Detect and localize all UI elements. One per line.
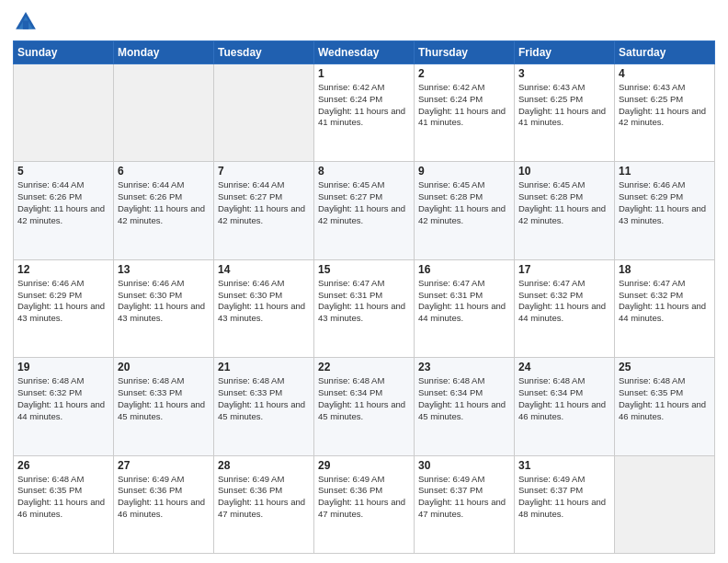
day-info: Sunrise: 6:49 AMSunset: 6:36 PMDaylight:…	[218, 474, 310, 521]
day-number: 1	[318, 67, 410, 80]
calendar-cell: 15Sunrise: 6:47 AMSunset: 6:31 PMDayligh…	[314, 259, 415, 357]
day-info: Sunrise: 6:48 AMSunset: 6:34 PMDaylight:…	[518, 375, 610, 422]
day-info: Sunrise: 6:43 AMSunset: 6:25 PMDaylight:…	[518, 82, 610, 129]
day-info: Sunrise: 6:48 AMSunset: 6:35 PMDaylight:…	[17, 474, 109, 521]
day-number: 9	[418, 165, 510, 178]
day-info: Sunrise: 6:49 AMSunset: 6:37 PMDaylight:…	[518, 474, 610, 521]
day-number: 26	[17, 459, 109, 472]
day-info: Sunrise: 6:46 AMSunset: 6:29 PMDaylight:…	[619, 179, 711, 226]
day-number: 3	[518, 67, 610, 80]
calendar-week-5: 26Sunrise: 6:48 AMSunset: 6:35 PMDayligh…	[14, 455, 715, 553]
day-info: Sunrise: 6:49 AMSunset: 6:36 PMDaylight:…	[318, 474, 410, 521]
day-number: 21	[218, 361, 310, 373]
calendar-cell: 26Sunrise: 6:48 AMSunset: 6:35 PMDayligh…	[14, 455, 114, 553]
calendar-cell	[14, 64, 114, 162]
calendar-cell: 4Sunrise: 6:43 AMSunset: 6:25 PMDaylight…	[615, 64, 715, 162]
calendar-cell: 1Sunrise: 6:42 AMSunset: 6:24 PMDaylight…	[314, 64, 415, 162]
calendar-cell: 30Sunrise: 6:49 AMSunset: 6:37 PMDayligh…	[415, 455, 515, 553]
calendar-week-2: 5Sunrise: 6:44 AMSunset: 6:26 PMDaylight…	[14, 162, 715, 259]
day-info: Sunrise: 6:42 AMSunset: 6:24 PMDaylight:…	[418, 82, 510, 129]
calendar-cell: 17Sunrise: 6:47 AMSunset: 6:32 PMDayligh…	[515, 259, 615, 357]
calendar-cell: 29Sunrise: 6:49 AMSunset: 6:36 PMDayligh…	[314, 455, 415, 553]
day-info: Sunrise: 6:45 AMSunset: 6:28 PMDaylight:…	[418, 179, 510, 226]
day-number: 12	[17, 263, 109, 276]
calendar-cell: 9Sunrise: 6:45 AMSunset: 6:28 PMDaylight…	[415, 162, 515, 259]
day-info: Sunrise: 6:48 AMSunset: 6:34 PMDaylight:…	[318, 375, 410, 422]
day-number: 28	[218, 459, 310, 472]
day-info: Sunrise: 6:44 AMSunset: 6:26 PMDaylight:…	[17, 179, 109, 226]
calendar-cell: 11Sunrise: 6:46 AMSunset: 6:29 PMDayligh…	[615, 162, 715, 259]
day-number: 19	[17, 361, 109, 373]
calendar-week-1: 1Sunrise: 6:42 AMSunset: 6:24 PMDaylight…	[14, 64, 715, 162]
day-number: 25	[619, 361, 711, 373]
day-info: Sunrise: 6:45 AMSunset: 6:27 PMDaylight:…	[318, 179, 410, 226]
calendar-cell	[114, 64, 214, 162]
day-number: 14	[218, 263, 310, 276]
day-number: 11	[619, 165, 711, 178]
day-info: Sunrise: 6:48 AMSunset: 6:33 PMDaylight:…	[118, 375, 210, 422]
day-number: 8	[318, 165, 410, 178]
day-number: 29	[318, 459, 410, 472]
day-info: Sunrise: 6:47 AMSunset: 6:32 PMDaylight:…	[619, 278, 711, 325]
day-number: 23	[418, 361, 510, 373]
day-number: 10	[518, 165, 610, 178]
calendar-cell: 7Sunrise: 6:44 AMSunset: 6:27 PMDaylight…	[214, 162, 314, 259]
day-info: Sunrise: 6:44 AMSunset: 6:26 PMDaylight:…	[118, 179, 210, 226]
calendar-cell: 10Sunrise: 6:45 AMSunset: 6:28 PMDayligh…	[515, 162, 615, 259]
day-info: Sunrise: 6:48 AMSunset: 6:34 PMDaylight:…	[418, 375, 510, 422]
calendar-cell: 2Sunrise: 6:42 AMSunset: 6:24 PMDaylight…	[415, 64, 515, 162]
page: SundayMondayTuesdayWednesdayThursdayFrid…	[0, 0, 728, 563]
weekday-header-thursday: Thursday	[415, 41, 515, 64]
day-number: 27	[118, 459, 210, 472]
day-number: 31	[518, 459, 610, 472]
day-info: Sunrise: 6:43 AMSunset: 6:25 PMDaylight:…	[619, 82, 711, 129]
calendar-cell: 18Sunrise: 6:47 AMSunset: 6:32 PMDayligh…	[615, 259, 715, 357]
calendar-cell	[615, 455, 715, 553]
weekday-header-row: SundayMondayTuesdayWednesdayThursdayFrid…	[14, 41, 715, 64]
calendar-week-4: 19Sunrise: 6:48 AMSunset: 6:32 PMDayligh…	[14, 358, 715, 455]
day-info: Sunrise: 6:49 AMSunset: 6:37 PMDaylight:…	[418, 474, 510, 521]
day-info: Sunrise: 6:44 AMSunset: 6:27 PMDaylight:…	[218, 179, 310, 226]
day-info: Sunrise: 6:47 AMSunset: 6:31 PMDaylight:…	[318, 278, 410, 325]
logo	[13, 9, 42, 35]
logo-icon	[13, 9, 39, 35]
calendar-cell: 5Sunrise: 6:44 AMSunset: 6:26 PMDaylight…	[14, 162, 114, 259]
weekday-header-wednesday: Wednesday	[314, 41, 415, 64]
calendar: SundayMondayTuesdayWednesdayThursdayFrid…	[13, 40, 715, 554]
calendar-cell: 21Sunrise: 6:48 AMSunset: 6:33 PMDayligh…	[214, 358, 314, 455]
calendar-cell: 12Sunrise: 6:46 AMSunset: 6:29 PMDayligh…	[14, 259, 114, 357]
day-number: 7	[218, 165, 310, 178]
day-number: 2	[418, 67, 510, 80]
day-number: 24	[518, 361, 610, 373]
weekday-header-friday: Friday	[515, 41, 615, 64]
day-info: Sunrise: 6:48 AMSunset: 6:33 PMDaylight:…	[218, 375, 310, 422]
day-info: Sunrise: 6:46 AMSunset: 6:30 PMDaylight:…	[218, 278, 310, 325]
calendar-body: 1Sunrise: 6:42 AMSunset: 6:24 PMDaylight…	[14, 64, 715, 554]
day-info: Sunrise: 6:45 AMSunset: 6:28 PMDaylight:…	[518, 179, 610, 226]
calendar-cell: 20Sunrise: 6:48 AMSunset: 6:33 PMDayligh…	[114, 358, 214, 455]
svg-rect-2	[23, 20, 28, 29]
day-info: Sunrise: 6:48 AMSunset: 6:35 PMDaylight:…	[619, 375, 711, 422]
calendar-cell: 16Sunrise: 6:47 AMSunset: 6:31 PMDayligh…	[415, 259, 515, 357]
header	[13, 9, 715, 35]
day-info: Sunrise: 6:47 AMSunset: 6:31 PMDaylight:…	[418, 278, 510, 325]
day-info: Sunrise: 6:48 AMSunset: 6:32 PMDaylight:…	[17, 375, 109, 422]
day-info: Sunrise: 6:42 AMSunset: 6:24 PMDaylight:…	[318, 82, 410, 129]
calendar-cell: 27Sunrise: 6:49 AMSunset: 6:36 PMDayligh…	[114, 455, 214, 553]
calendar-cell: 25Sunrise: 6:48 AMSunset: 6:35 PMDayligh…	[615, 358, 715, 455]
calendar-cell: 6Sunrise: 6:44 AMSunset: 6:26 PMDaylight…	[114, 162, 214, 259]
day-number: 15	[318, 263, 410, 276]
day-number: 4	[619, 67, 711, 80]
calendar-cell: 28Sunrise: 6:49 AMSunset: 6:36 PMDayligh…	[214, 455, 314, 553]
calendar-cell: 13Sunrise: 6:46 AMSunset: 6:30 PMDayligh…	[114, 259, 214, 357]
day-info: Sunrise: 6:46 AMSunset: 6:30 PMDaylight:…	[118, 278, 210, 325]
weekday-header-tuesday: Tuesday	[214, 41, 314, 64]
calendar-cell: 8Sunrise: 6:45 AMSunset: 6:27 PMDaylight…	[314, 162, 415, 259]
day-number: 18	[619, 263, 711, 276]
weekday-header-sunday: Sunday	[14, 41, 114, 64]
day-info: Sunrise: 6:47 AMSunset: 6:32 PMDaylight:…	[518, 278, 610, 325]
calendar-cell: 23Sunrise: 6:48 AMSunset: 6:34 PMDayligh…	[415, 358, 515, 455]
weekday-header-saturday: Saturday	[615, 41, 715, 64]
calendar-cell: 24Sunrise: 6:48 AMSunset: 6:34 PMDayligh…	[515, 358, 615, 455]
day-number: 22	[318, 361, 410, 373]
